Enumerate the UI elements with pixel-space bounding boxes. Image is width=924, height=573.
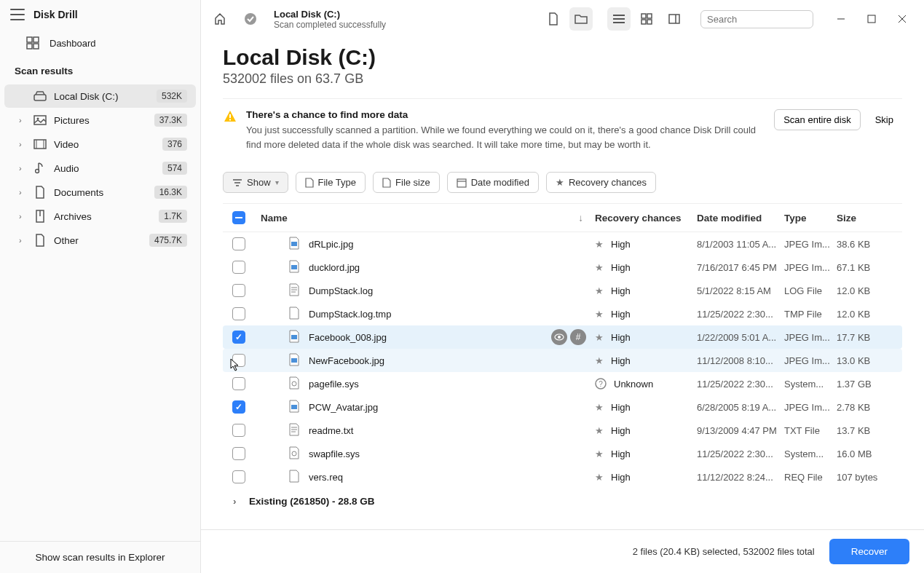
warning-icon [223, 109, 237, 124]
help-icon: ? [595, 378, 607, 390]
chevron-down-icon: ▾ [275, 178, 279, 186]
file-name: vers.req [309, 472, 343, 483]
sidebar-item-pictures[interactable]: › Pictures 37.3K [4, 108, 196, 132]
titlebar-title: Local Disk (C:) [274, 9, 386, 20]
recovery-value: High [611, 402, 631, 413]
file-type-filter[interactable]: File Type [296, 172, 366, 193]
file-name: DumpStack.log.tmp [309, 309, 391, 320]
doc-view-button[interactable] [542, 7, 565, 31]
sidebar-item-local-disk-c-[interactable]: Local Disk (C:) 532K [4, 84, 196, 108]
scan-entire-disk-button[interactable]: Scan entire disk [774, 109, 861, 130]
svg-rect-48 [291, 405, 297, 409]
row-checkbox[interactable] [232, 331, 245, 344]
size-value: 16.0 MB [837, 448, 902, 459]
selection-status: 2 files (20.4 KB) selected, 532002 files… [633, 546, 815, 557]
home-button[interactable] [208, 7, 232, 31]
file-name: pagefile.sys [309, 379, 359, 390]
calendar-icon [457, 178, 467, 188]
size-value: 67.1 KB [837, 262, 902, 273]
table-row[interactable]: vers.req ★High 11/12/2022 8:24... REQ Fi… [223, 465, 902, 489]
sidebar-item-label: Local Disk (C:) [54, 91, 149, 102]
maximize-button[interactable] [857, 7, 886, 31]
table-row[interactable]: readme.txt ★High 9/13/2009 4:47 PM TXT F… [223, 419, 902, 442]
row-checkbox[interactable] [232, 284, 245, 297]
picture-icon [33, 114, 47, 127]
search-box[interactable] [700, 10, 813, 28]
close-button[interactable] [888, 7, 917, 31]
sidebar-item-audio[interactable]: › Audio 574 [4, 157, 196, 180]
hamburger-icon[interactable] [10, 9, 25, 20]
sidebar-item-other[interactable]: › Other 475.7K [4, 229, 196, 252]
table-row[interactable]: NewFacebook.jpg ★High 11/12/2008 8:10...… [223, 349, 902, 372]
select-all-checkbox[interactable] [232, 211, 245, 224]
sidebar-item-video[interactable]: › Video 376 [4, 133, 196, 156]
svg-rect-36 [291, 242, 297, 246]
star-icon: ★ [556, 177, 564, 188]
row-checkbox[interactable] [232, 400, 245, 414]
recovery-value: High [611, 262, 631, 273]
table-row[interactable]: swapfile.sys ★High 11/25/2022 2:30... Sy… [223, 442, 902, 465]
preview-icon[interactable] [551, 329, 567, 345]
group-row[interactable]: › Existing (261850) - 28.8 GB [223, 489, 902, 514]
show-in-explorer[interactable]: Show scan results in Explorer [0, 541, 200, 573]
svg-text:?: ? [599, 380, 603, 388]
show-filter[interactable]: Show ▾ [223, 172, 288, 193]
date-value: 5/1/2022 8:15 AM [697, 285, 784, 296]
file-size-filter[interactable]: File size [373, 172, 440, 193]
star-icon: ★ [595, 262, 604, 273]
date-modified-filter[interactable]: Date modified [447, 172, 539, 193]
recovery-chances-filter[interactable]: ★Recovery chances [546, 172, 656, 193]
file-icon [288, 470, 301, 484]
grid-view-button[interactable] [635, 7, 658, 31]
svg-rect-26 [868, 15, 875, 23]
table-row[interactable]: dRLpic.jpg ★High 8/1/2003 11:05 A... JPE… [223, 232, 902, 256]
size-value: 107 bytes [837, 472, 902, 483]
table-row[interactable]: DumpStack.log ★High 5/1/2022 8:15 AM LOG… [223, 279, 902, 302]
row-checkbox[interactable] [232, 377, 245, 390]
file-icon [288, 353, 301, 368]
table-row[interactable]: PCW_Avatar.jpg ★High 6/28/2005 8:19 A...… [223, 395, 902, 419]
hex-icon[interactable]: # [570, 329, 586, 345]
type-value: TMP File [784, 309, 837, 320]
svg-point-6 [37, 118, 39, 120]
table-row[interactable]: ducklord.jpg ★High 7/16/2017 6:45 PM JPE… [223, 256, 902, 279]
folder-view-button[interactable] [569, 7, 593, 31]
col-type[interactable]: Type [784, 213, 837, 224]
sidebar-item-label: Video [54, 139, 155, 150]
row-checkbox[interactable] [232, 307, 245, 320]
type-value: JPEG Im... [784, 355, 837, 366]
panel-view-button[interactable] [663, 7, 686, 31]
date-value: 11/25/2022 2:30... [697, 379, 784, 390]
skip-button[interactable]: Skip [866, 109, 902, 130]
star-icon: ★ [595, 448, 604, 459]
file-icon [288, 400, 301, 414]
page-subtitle: 532002 files on 63.7 GB [223, 71, 902, 87]
file-name: dRLpic.jpg [309, 239, 353, 250]
col-date[interactable]: Date modified [697, 213, 784, 224]
search-input[interactable] [707, 14, 829, 25]
size-value: 13.7 KB [837, 425, 902, 436]
dashboard-link[interactable]: Dashboard [0, 29, 200, 60]
row-checkbox[interactable] [232, 354, 245, 367]
row-checkbox[interactable] [232, 261, 245, 274]
recovery-value: High [611, 355, 631, 366]
file-icon [288, 260, 301, 274]
col-name[interactable]: Name↓ [255, 213, 595, 224]
table-row[interactable]: pagefile.sys ?Unknown 11/25/2022 2:30...… [223, 372, 902, 395]
svg-rect-34 [457, 179, 466, 187]
minimize-button[interactable] [826, 7, 856, 31]
row-checkbox[interactable] [232, 237, 245, 250]
file-icon [288, 423, 301, 438]
row-checkbox[interactable] [232, 424, 245, 437]
table-row[interactable]: DumpStack.log.tmp ★High 11/25/2022 2:30.… [223, 302, 902, 325]
col-recovery[interactable]: Recovery chances [595, 213, 697, 224]
list-view-button[interactable] [607, 7, 631, 31]
sidebar-item-documents[interactable]: › Documents 16.3K [4, 181, 196, 204]
row-checkbox[interactable] [232, 447, 245, 460]
row-checkbox[interactable] [232, 470, 245, 483]
col-size[interactable]: Size [837, 213, 902, 224]
main: Local Disk (C:) Scan completed successfu… [201, 0, 924, 573]
sidebar-item-archives[interactable]: › Archives 1.7K [4, 205, 196, 228]
table-row[interactable]: Facebook_008.jpg # ★High 1/22/2009 5:01 … [223, 325, 902, 349]
recover-button[interactable]: Recover [829, 539, 909, 564]
